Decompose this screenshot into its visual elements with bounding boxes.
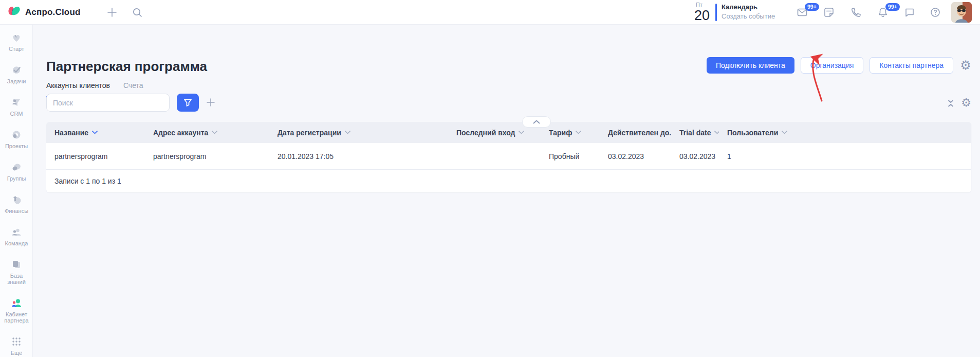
mail-icon[interactable]: 99+ [797,7,808,18]
topbar: Аспро.Cloud Пт 20 Календарь Создать собы… [0,0,980,25]
groups-icon [11,162,22,173]
sidebar-item-projects[interactable]: Проекты [0,124,33,154]
filter-button[interactable] [177,94,199,112]
calendar-weekday: Пт [691,2,713,8]
column-header-registration-date[interactable]: Дата регистрации [269,122,448,143]
sidebar-nav: Старт Задачи CRM Проекты Группы Финансы … [0,25,33,357]
sidebar-item-label: Ещё [11,350,23,356]
search-icon[interactable] [132,7,143,18]
table-records-summary: Записи с 1 по 1 из 1 [46,170,971,192]
sidebar-item-knowledge-base[interactable]: База знаний [0,254,33,290]
calendar-date[interactable]: Пт 20 [691,2,713,23]
calendar-title: Календарь [722,3,775,12]
aspro-logo-icon [7,5,21,20]
collapse-vertical-icon[interactable] [947,99,955,108]
search-input[interactable] [46,94,170,112]
connect-client-button[interactable]: Подключить клиента [707,57,794,74]
start-icon [11,32,22,43]
user-avatar[interactable] [951,2,972,23]
bell-icon[interactable]: 99+ [877,7,889,18]
note-icon[interactable] [823,7,835,18]
sidebar-item-label: CRM [10,111,23,117]
sort-chevron-down-icon [714,131,719,134]
mail-badge: 99+ [805,3,819,11]
knowledge-base-icon [11,259,22,270]
cell-registration-date: 20.01.2023 17:05 [269,143,448,169]
sidebar-item-label: Задачи [7,78,26,84]
partner-contacts-button[interactable]: Контакты партнера [870,57,953,74]
partner-cabinet-icon [11,297,22,309]
finance-icon [11,194,22,205]
cell-tariff: Пробный [541,143,600,169]
sidebar-item-label: Проекты [5,143,28,149]
table-settings-gear-icon[interactable]: ⚙ [960,97,972,109]
sidebar-item-label: Группы [7,175,26,182]
sidebar-item-label: Кабинет партнера [1,311,32,324]
sidebar-item-crm[interactable]: CRM [0,92,33,122]
cell-users: 1 [719,143,971,169]
grid-dots-icon [11,336,22,347]
sidebar-item-label: База знаний [1,273,32,285]
team-icon [11,226,22,238]
main-content: Партнерская программа Аккаунты клиентов … [33,25,980,357]
sidebar-item-start[interactable]: Старт [0,27,33,57]
header-actions: Подключить клиента Организация Контакты … [707,57,953,74]
crm-funnel-icon [11,97,22,108]
notifications-badge: 99+ [885,3,900,11]
page-settings-gear-icon[interactable]: ⚙ [959,59,972,72]
sort-chevron-down-icon [212,131,217,134]
chevron-up-icon [533,120,540,124]
logo-text: Аспро.Cloud [25,7,81,17]
sidebar-item-finance[interactable]: Финансы [0,189,33,219]
app-logo[interactable]: Аспро.Cloud [7,0,81,25]
sort-chevron-down-icon [782,131,787,134]
sidebar-item-team[interactable]: Команда [0,221,33,252]
create-plus-icon[interactable] [106,7,118,18]
cell-valid-until: 03.02.2023 [600,143,671,169]
table-row[interactable]: partnersprogram partnersprogram 20.01.20… [46,143,971,170]
sort-chevron-down-icon [92,131,98,134]
cell-last-login [448,143,541,169]
column-header-account-address[interactable]: Адрес аккаунта [145,122,269,143]
sidebar-item-label: Команда [5,240,28,246]
organization-button[interactable]: Организация [801,57,863,74]
projects-icon [11,129,22,140]
cell-trial-date: 03.02.2023 [671,143,719,169]
calendar-widget[interactable]: Календарь Создать событие [722,3,775,21]
add-filter-plus-icon[interactable] [206,97,216,108]
sidebar-item-partner-cabinet[interactable]: Кабинет партнера [0,292,33,329]
table-collapse-pill[interactable] [522,116,551,128]
accounts-table: Название Адрес аккаунта Дата регистрации… [46,122,971,192]
column-header-name[interactable]: Название [46,122,145,143]
calendar-divider [715,4,717,21]
sidebar-item-label: Старт [9,46,24,52]
page-title: Партнерская программа [46,59,207,75]
sort-chevron-down-icon [345,131,350,134]
filter-icon [183,98,192,107]
calendar-day: 20 [691,8,713,23]
phone-icon[interactable] [850,7,862,18]
column-header-trial-date[interactable]: Trial date [671,122,719,143]
sort-chevron-down-icon [576,131,581,134]
create-event-link: Создать событие [722,12,775,21]
sort-chevron-down-icon [519,131,524,134]
help-icon[interactable] [930,7,941,18]
cell-name: partnersprogram [46,143,145,169]
tasks-check-icon [11,64,22,76]
sidebar-item-tasks[interactable]: Задачи [0,59,33,90]
column-header-valid-until[interactable]: Действителен до... [600,122,671,143]
table-header-row: Название Адрес аккаунта Дата регистрации… [46,122,971,143]
column-header-users[interactable]: Пользователи [719,122,971,143]
cell-account-address: partnersprogram [145,143,269,169]
sidebar-item-groups[interactable]: Группы [0,156,33,187]
chat-icon[interactable] [904,7,915,18]
sidebar-item-more[interactable]: Ещё [0,331,33,357]
sidebar-item-label: Финансы [5,208,28,214]
